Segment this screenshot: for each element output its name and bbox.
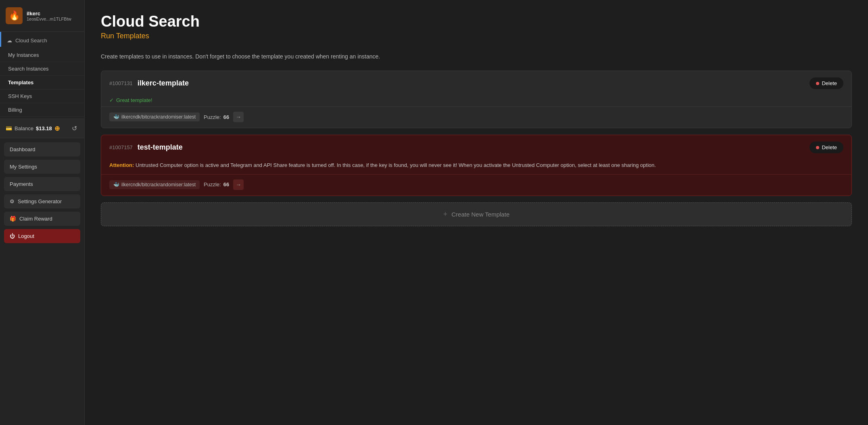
delete-button-2[interactable]: Delete	[810, 142, 843, 153]
puzzle-num-1: 66	[223, 114, 229, 120]
gift-icon: 🎁	[10, 216, 16, 222]
sidebar-item-my-instances[interactable]: My Instances	[0, 48, 84, 62]
checkmark-icon: ✓	[109, 97, 114, 103]
warning-body: Untrusted Computer option is active and …	[136, 162, 656, 168]
page-subtitle: Run Templates	[101, 32, 852, 40]
sidebar-item-billing[interactable]: Billing	[0, 103, 84, 117]
template-title-area-1: #1007131 ilkerc-template	[109, 79, 189, 88]
arrow-button-2[interactable]: →	[233, 179, 244, 190]
template-warning-text-2: Attention: Untrusted Computer option is …	[101, 160, 851, 174]
plus-icon: +	[443, 210, 448, 219]
user-address: 1eosEvve...m1TLFBtw	[27, 17, 71, 21]
sidebar-nav: My Instances Search Instances Templates …	[0, 47, 84, 119]
cloud-search-section: ☁ Cloud Search	[0, 32, 84, 47]
template-id-1: #1007131	[109, 80, 133, 86]
dashboard-button[interactable]: Dashboard	[4, 142, 80, 156]
balance-plus-icon[interactable]: ⊕	[54, 125, 60, 132]
sidebar-btn-group: Dashboard My Settings Payments ⚙ Setting…	[0, 138, 84, 247]
template-footer-1: 🐳 ilkercndk/bitcrackrandomiser:latest Pu…	[101, 106, 851, 128]
docker-badge-2: 🐳 ilkercndk/bitcrackrandomiser:latest	[109, 180, 200, 189]
power-icon: ⏻	[10, 233, 15, 239]
my-settings-button[interactable]: My Settings	[4, 160, 80, 174]
avatar: 🔥	[6, 7, 23, 24]
payments-button[interactable]: Payments	[4, 177, 80, 191]
puzzle-info-1: Puzzle: 66	[204, 114, 229, 120]
template-card-1: #1007131 ilkerc-template Delete ✓ Great …	[101, 71, 852, 128]
user-info: ilkerc 1eosEvve...m1TLFBtw	[27, 10, 71, 21]
gear-icon: ⚙	[10, 198, 15, 204]
page-title: Cloud Search	[101, 13, 852, 30]
wallet-icon: 💳	[6, 125, 12, 131]
settings-generator-button[interactable]: ⚙ Settings Generator	[4, 194, 80, 208]
balance-row: 💳 Balance $13.18 ⊕ ↺	[0, 119, 84, 138]
logout-button[interactable]: ⏻ Logout	[4, 229, 80, 243]
template-card-2: #1007157 test-template Delete Attention:…	[101, 135, 852, 196]
create-template-button[interactable]: + Create New Template	[101, 202, 852, 226]
attention-label: Attention:	[109, 162, 134, 168]
docker-badge-1: 🐳 ilkercndk/bitcrackrandomiser:latest	[109, 112, 200, 121]
section-label: Cloud Search	[15, 38, 47, 44]
template-header-1: #1007131 ilkerc-template Delete	[101, 71, 851, 96]
balance-label: Balance	[15, 125, 33, 131]
delete-dot-icon-2	[816, 146, 819, 149]
sidebar-item-ssh-keys[interactable]: SSH Keys	[0, 90, 84, 103]
balance-left: 💳 Balance $13.18 ⊕	[6, 125, 60, 132]
template-footer-2: 🐳 ilkercndk/bitcrackrandomiser:latest Pu…	[101, 174, 851, 196]
cloud-icon: ☁	[7, 38, 12, 44]
template-header-2: #1007157 test-template Delete	[101, 135, 851, 160]
template-name-1: ilkerc-template	[138, 79, 189, 88]
user-name: ilkerc	[27, 10, 71, 17]
puzzle-info-2: Puzzle: 66	[204, 181, 229, 188]
docker-icon-2: 🐳	[113, 182, 119, 188]
arrow-button-1[interactable]: →	[233, 112, 244, 122]
claim-reward-button[interactable]: 🎁 Claim Reward	[4, 212, 80, 226]
puzzle-num-2: 66	[223, 181, 229, 188]
delete-button-1[interactable]: Delete	[810, 77, 843, 89]
docker-icon-1: 🐳	[113, 114, 119, 120]
balance-amount: $13.18	[36, 125, 52, 131]
sidebar-item-templates[interactable]: Templates	[0, 76, 84, 90]
delete-dot-icon-1	[816, 82, 819, 85]
sidebar: 🔥 ilkerc 1eosEvve...m1TLFBtw ☁ Cloud Sea…	[0, 0, 85, 425]
user-section: 🔥 ilkerc 1eosEvve...m1TLFBtw	[0, 0, 84, 32]
sidebar-item-search-instances[interactable]: Search Instances	[0, 62, 84, 76]
main-content: Cloud Search Run Templates Create templa…	[85, 0, 868, 425]
refresh-button[interactable]: ↺	[70, 123, 79, 134]
template-id-2: #1007157	[109, 144, 133, 150]
description: Create templates to use in instances. Do…	[101, 52, 852, 61]
template-status-1: ✓ Great template!	[101, 96, 851, 106]
template-title-area-2: #1007157 test-template	[109, 143, 183, 152]
template-name-2: test-template	[138, 143, 183, 152]
